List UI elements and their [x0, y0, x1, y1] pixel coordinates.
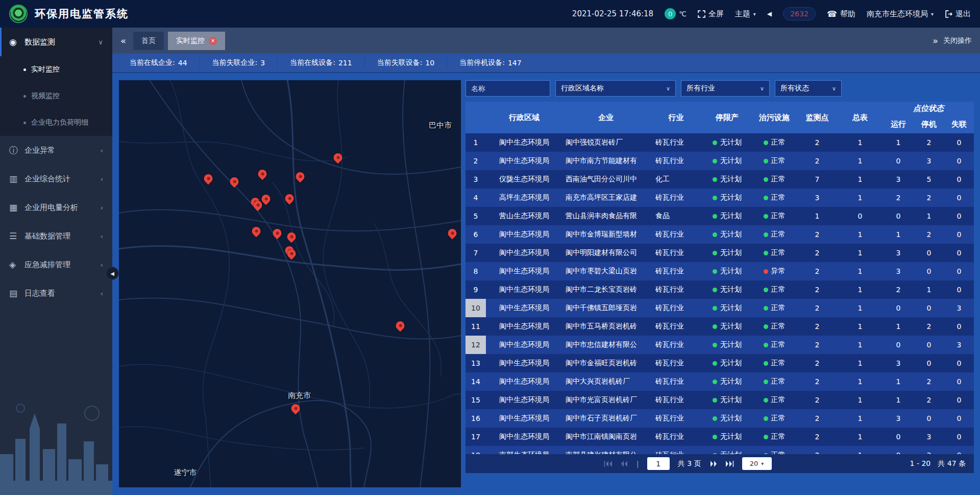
cell-total-meters: 1: [837, 133, 883, 152]
map-collapse-button[interactable]: ◀: [106, 267, 119, 280]
fullscreen-button[interactable]: 全屏: [698, 9, 724, 19]
table-row[interactable]: 5营山生态环境局营山县润丰肉食品有限食品无计划正常10010: [465, 207, 974, 225]
first-page-icon: [604, 461, 612, 467]
cell-running: 2: [883, 280, 914, 299]
next-page-button[interactable]: [709, 461, 717, 467]
sidebar-item[interactable]: ☰基础数据管理‹: [0, 222, 112, 250]
cell-production-status: 无计划: [703, 188, 751, 207]
table-row[interactable]: 11阆中生态环境局阆中市五马桥页岩机砖砖瓦行业无计划正常21120: [465, 317, 974, 336]
map-pin[interactable]: [228, 176, 240, 188]
sidebar-item[interactable]: ▦企业用电量分析‹: [0, 193, 112, 222]
status-filter-select[interactable]: 所有状态 ∨: [775, 80, 842, 97]
sidebar-group: ◉数据监测∨实时监控视频监控企业电力负荷明细: [0, 28, 112, 136]
cell-company: 阆中市二龙长宝页岩砖: [562, 280, 649, 299]
region-filter-select[interactable]: 行政区域名称 ∨: [555, 80, 676, 97]
industry-filter-value: 所有行业: [687, 84, 715, 93]
chevron-down-icon: ▾: [761, 461, 764, 466]
table-row[interactable]: 9阆中生态环境局阆中市二龙长宝页岩砖砖瓦行业无计划正常21210: [465, 280, 974, 299]
cell-offline: 0: [944, 428, 974, 446]
tab-item[interactable]: 实时监控×: [168, 32, 225, 50]
status-text: 无计划: [720, 340, 742, 349]
page-number-input[interactable]: [647, 457, 670, 470]
last-page-button[interactable]: [725, 461, 734, 467]
cell-total-meters: 1: [837, 409, 883, 428]
sidebar-subitem[interactable]: 视频监控: [0, 83, 112, 109]
cell-facility-status: 正常: [751, 244, 797, 262]
sidebar-item[interactable]: ⓘ企业异常‹: [0, 136, 112, 164]
cell-company: 阆中明阳建材有限公司: [562, 244, 649, 262]
map-pin[interactable]: [285, 230, 298, 243]
table-row[interactable]: 12阆中生态环境局阆中市忠信建材有限公砖瓦行业无计划正常21003: [465, 336, 974, 354]
table-row[interactable]: 7阆中生态环境局阆中明阳建材有限公司砖瓦行业无计划正常21300: [465, 244, 974, 262]
logout-button[interactable]: 退出: [945, 9, 971, 19]
map-pin[interactable]: [271, 227, 283, 240]
message-count-badge[interactable]: 2632: [783, 7, 816, 20]
sidebar-item[interactable]: ▥企业综合统计‹: [0, 164, 112, 193]
cell-industry: 砖瓦行业: [649, 299, 703, 317]
help-button[interactable]: ☎ 帮助: [827, 9, 855, 19]
map-pin[interactable]: [294, 170, 306, 182]
cell-industry: 食品: [649, 207, 703, 225]
name-filter-input[interactable]: [465, 80, 550, 97]
map-pin[interactable]: [202, 172, 214, 184]
row-number: 14: [465, 372, 486, 391]
map-pin[interactable]: [394, 320, 406, 332]
table-row[interactable]: 6阆中生态环境局阆中市金博瑞新型墙材砖瓦行业无计划正常21120: [465, 225, 974, 244]
table-row[interactable]: 2阆中生态环境局阆中市南方节能建材有砖瓦行业无计划正常21030: [465, 152, 974, 170]
close-operations[interactable]: » 关闭操作: [933, 36, 972, 45]
table-row[interactable]: 1阆中生态环境局阆中强锐页岩砖厂砖瓦行业无计划正常21120: [465, 133, 974, 152]
map-pin[interactable]: [250, 225, 262, 238]
prev-page-button[interactable]: [621, 461, 628, 467]
last-page-icon: [725, 461, 734, 467]
map-pin[interactable]: [289, 403, 302, 415]
close-icon[interactable]: ×: [209, 37, 217, 45]
alert-icon: ⓘ: [9, 145, 22, 156]
industry-filter-select[interactable]: 所有行业 ∨: [681, 80, 770, 97]
sidebar-item[interactable]: ◈应急减排管理‹: [0, 250, 112, 279]
table-row[interactable]: 16阆中生态环境局阆中市石子页岩机砖厂砖瓦行业无计划正常21300: [465, 409, 974, 428]
cell-production-status: 无计划: [703, 133, 751, 152]
table-row[interactable]: 4高坪生态环境局南充市高坪区王家店建砖瓦行业无计划正常31220: [465, 188, 974, 207]
table-row[interactable]: 8阆中生态环境局阆中市枣碧大梁山页岩砖瓦行业无计划异常21300: [465, 262, 974, 280]
cell-region: 阆中生态环境局: [486, 225, 562, 244]
cell-region: 阆中生态环境局: [486, 317, 562, 336]
cell-production-status: 无计划: [703, 428, 751, 446]
cell-running: 3: [883, 354, 914, 372]
sidebar-subitem[interactable]: 实时监控: [0, 56, 112, 83]
map[interactable]: 巴中市南充市遂宁市: [119, 80, 461, 487]
map-pin[interactable]: [256, 168, 268, 180]
first-page-button[interactable]: [604, 461, 612, 467]
cell-monitor-points: 2: [797, 428, 837, 446]
scroll-tabs-left-button[interactable]: «: [120, 36, 126, 45]
table-row[interactable]: 13阆中生态环境局阆中市金福旺页岩机砖砖瓦行业无计划正常21300: [465, 354, 974, 372]
tab-item[interactable]: 首页: [133, 32, 164, 50]
status-text: 正常: [771, 395, 786, 405]
status-dot: [764, 288, 768, 292]
sidebar-item[interactable]: ▤日志查看‹: [0, 279, 112, 308]
table-row[interactable]: 3仪陇生态环境局西南油气田分公司川中化工无计划正常71350: [465, 170, 974, 188]
sidebar-item[interactable]: ◉数据监测∨: [0, 28, 112, 56]
table-row[interactable]: 15阆中生态环境局阆中市光富页岩机砖厂砖瓦行业无计划正常21120: [465, 391, 974, 409]
map-pin[interactable]: [446, 227, 458, 240]
sidebar-subitem-label: 企业电力负荷明细: [31, 118, 88, 127]
sidebar-subitem[interactable]: 企业电力负荷明细: [0, 109, 112, 136]
status-dot: [764, 453, 768, 455]
table-row[interactable]: 14阆中生态环境局阆中大兴页岩机砖厂砖瓦行业无计划正常21120: [465, 372, 974, 391]
table-row[interactable]: 10阆中生态环境局阆中千佛镇五郎垭页岩砖瓦行业无计划正常21003: [465, 299, 974, 317]
status-text: 正常: [771, 414, 786, 423]
cell-running: 1: [883, 391, 914, 409]
table-row[interactable]: 18南部生态环境局南部县建兴建材有限公砖瓦行业无计划正常21030: [465, 446, 974, 454]
status-dot: [713, 251, 717, 255]
stat-item: 当前停机设备:147: [447, 57, 533, 68]
cell-production-status: 无计划: [703, 299, 751, 317]
collapse-arrow-button[interactable]: ◀: [767, 10, 772, 17]
row-number: 2: [465, 152, 486, 170]
map-pin[interactable]: [283, 192, 296, 204]
cell-company: 阆中市忠信建材有限公: [562, 336, 649, 354]
org-dropdown[interactable]: 南充市生态环境局 ▾: [867, 9, 934, 19]
theme-dropdown[interactable]: 主题 ▾: [735, 9, 756, 19]
page-size-select[interactable]: 20 ▾: [742, 457, 772, 470]
cell-monitor-points: 2: [797, 409, 837, 428]
table-row[interactable]: 17阆中生态环境局阆中市江南镇阆南页岩砖瓦行业无计划正常21030: [465, 428, 974, 446]
map-pin[interactable]: [332, 152, 344, 164]
